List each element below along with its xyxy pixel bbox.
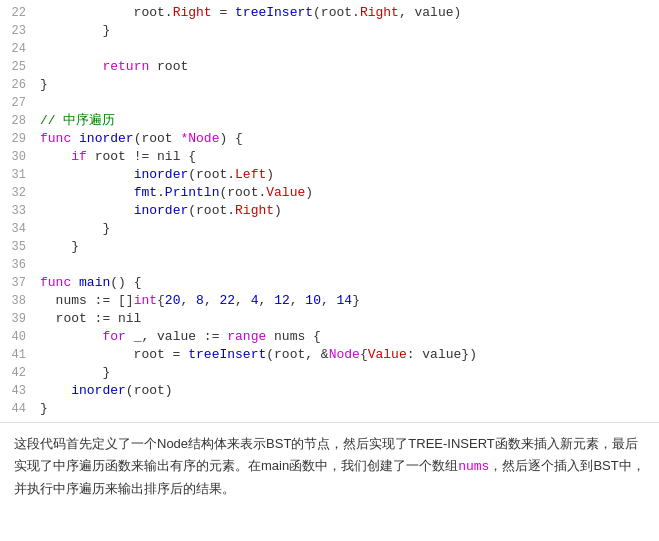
code-line-41: 41 root = treeInsert(root, &Node{Value: … — [0, 346, 659, 364]
line-number: 36 — [0, 256, 36, 274]
code-line-32: 32 fmt.Println(root.Value) — [0, 184, 659, 202]
line-number: 34 — [0, 220, 36, 238]
code-line-40: 40 for _, value := range nums { — [0, 328, 659, 346]
line-content: } — [36, 400, 659, 418]
code-line-22: 22 root.Right = treeInsert(root.Right, v… — [0, 4, 659, 22]
line-content: root.Right = treeInsert(root.Right, valu… — [36, 4, 659, 22]
code-line-29: 29 func inorder(root *Node) { — [0, 130, 659, 148]
code-line-25: 25 return root — [0, 58, 659, 76]
line-number: 29 — [0, 130, 36, 148]
line-number: 35 — [0, 238, 36, 256]
line-number: 41 — [0, 346, 36, 364]
code-line-38: 38 nums := []int{20, 8, 22, 4, 12, 10, 1… — [0, 292, 659, 310]
line-number: 44 — [0, 400, 36, 418]
code-line-24: 24 — [0, 40, 659, 58]
code-line-42: 42 } — [0, 364, 659, 382]
code-line-33: 33 inorder(root.Right) — [0, 202, 659, 220]
line-content: } — [36, 364, 659, 382]
line-number: 23 — [0, 22, 36, 40]
code-block: 22 root.Right = treeInsert(root.Right, v… — [0, 0, 659, 423]
line-content: // 中序遍历 — [36, 112, 659, 130]
line-content: } — [36, 220, 659, 238]
line-number: 43 — [0, 382, 36, 400]
line-number: 25 — [0, 58, 36, 76]
line-content: root := nil — [36, 310, 659, 328]
line-number: 22 — [0, 4, 36, 22]
line-number: 28 — [0, 112, 36, 130]
code-line-39: 39 root := nil — [0, 310, 659, 328]
line-number: 31 — [0, 166, 36, 184]
line-content: func inorder(root *Node) { — [36, 130, 659, 148]
line-number: 24 — [0, 40, 36, 58]
description-block: 这段代码首先定义了一个Node结构体来表示BST的节点，然后实现了TREE-IN… — [0, 423, 659, 510]
code-line-35: 35 } — [0, 238, 659, 256]
line-content: } — [36, 238, 659, 256]
line-content: root = treeInsert(root, &Node{Value: val… — [36, 346, 659, 364]
line-content: inorder(root.Left) — [36, 166, 659, 184]
code-line-43: 43 inorder(root) — [0, 382, 659, 400]
code-line-30: 30 if root != nil { — [0, 148, 659, 166]
line-content: fmt.Println(root.Value) — [36, 184, 659, 202]
line-number: 33 — [0, 202, 36, 220]
code-line-36: 36 — [0, 256, 659, 274]
line-content: for _, value := range nums { — [36, 328, 659, 346]
code-line-23: 23 } — [0, 22, 659, 40]
line-content: return root — [36, 58, 659, 76]
line-number: 42 — [0, 364, 36, 382]
line-content: func main() { — [36, 274, 659, 292]
line-content: } — [36, 76, 659, 94]
code-line-27: 27 — [0, 94, 659, 112]
line-content: inorder(root) — [36, 382, 659, 400]
code-line-37: 37 func main() { — [0, 274, 659, 292]
line-number: 40 — [0, 328, 36, 346]
description-highlight: nums — [458, 459, 489, 474]
code-line-34: 34 } — [0, 220, 659, 238]
line-number: 27 — [0, 94, 36, 112]
line-number: 32 — [0, 184, 36, 202]
line-number: 38 — [0, 292, 36, 310]
code-line-28: 28 // 中序遍历 — [0, 112, 659, 130]
line-number: 39 — [0, 310, 36, 328]
line-number: 26 — [0, 76, 36, 94]
line-content: if root != nil { — [36, 148, 659, 166]
code-line-31: 31 inorder(root.Left) — [0, 166, 659, 184]
line-number: 30 — [0, 148, 36, 166]
line-content: } — [36, 22, 659, 40]
line-number: 37 — [0, 274, 36, 292]
code-line-44: 44 } — [0, 400, 659, 418]
line-content: nums := []int{20, 8, 22, 4, 12, 10, 14} — [36, 292, 659, 310]
line-content: inorder(root.Right) — [36, 202, 659, 220]
code-line-26: 26 } — [0, 76, 659, 94]
